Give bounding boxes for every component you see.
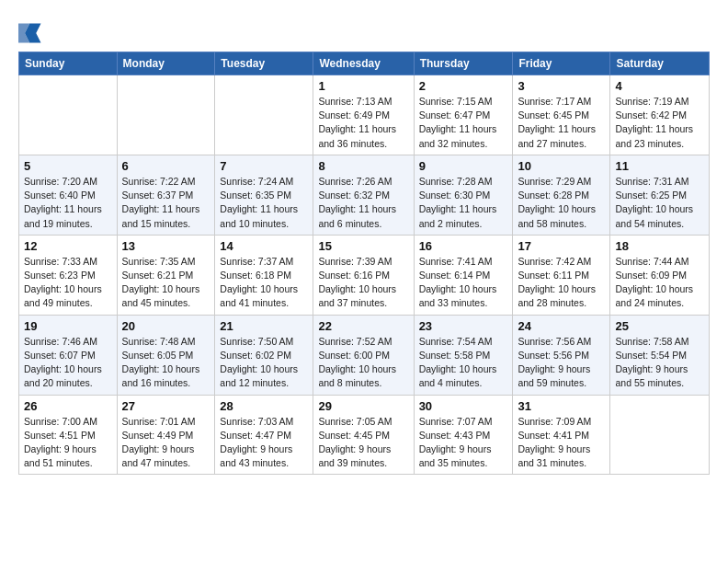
- day-cell: 28Sunrise: 7:03 AM Sunset: 4:47 PM Dayli…: [215, 395, 313, 475]
- day-cell: 23Sunrise: 7:54 AM Sunset: 5:58 PM Dayli…: [414, 315, 513, 395]
- weekday-header-row: SundayMondayTuesdayWednesdayThursdayFrid…: [19, 52, 710, 75]
- day-cell: 29Sunrise: 7:05 AM Sunset: 4:45 PM Dayli…: [313, 395, 414, 475]
- day-number: 27: [122, 399, 210, 413]
- day-cell: 13Sunrise: 7:35 AM Sunset: 6:21 PM Dayli…: [117, 235, 215, 315]
- day-number: 21: [220, 319, 308, 333]
- weekday-header-monday: Monday: [117, 52, 215, 75]
- weekday-header-friday: Friday: [513, 52, 610, 75]
- day-info: Sunrise: 7:22 AM Sunset: 6:37 PM Dayligh…: [122, 175, 210, 231]
- day-cell: 3Sunrise: 7:17 AM Sunset: 6:45 PM Daylig…: [513, 75, 610, 155]
- day-number: 9: [419, 159, 508, 173]
- day-info: Sunrise: 7:26 AM Sunset: 6:32 PM Dayligh…: [318, 175, 408, 231]
- day-info: Sunrise: 7:01 AM Sunset: 4:49 PM Dayligh…: [122, 415, 210, 471]
- day-number: 31: [518, 399, 605, 413]
- day-info: Sunrise: 7:33 AM Sunset: 6:23 PM Dayligh…: [24, 255, 112, 311]
- day-number: 22: [318, 319, 408, 333]
- header: [18, 17, 710, 46]
- day-info: Sunrise: 7:39 AM Sunset: 6:16 PM Dayligh…: [318, 255, 408, 311]
- day-cell: 6Sunrise: 7:22 AM Sunset: 6:37 PM Daylig…: [117, 155, 215, 235]
- day-cell: 16Sunrise: 7:41 AM Sunset: 6:14 PM Dayli…: [414, 235, 513, 315]
- day-cell: 26Sunrise: 7:00 AM Sunset: 4:51 PM Dayli…: [19, 395, 118, 475]
- day-info: Sunrise: 7:56 AM Sunset: 5:56 PM Dayligh…: [518, 335, 605, 391]
- day-info: Sunrise: 7:31 AM Sunset: 6:25 PM Dayligh…: [615, 175, 704, 231]
- day-number: 14: [220, 239, 308, 253]
- day-cell: 1Sunrise: 7:13 AM Sunset: 6:49 PM Daylig…: [313, 75, 414, 155]
- day-info: Sunrise: 7:41 AM Sunset: 6:14 PM Dayligh…: [419, 255, 508, 311]
- day-info: Sunrise: 7:52 AM Sunset: 6:00 PM Dayligh…: [318, 335, 408, 391]
- day-cell: 24Sunrise: 7:56 AM Sunset: 5:56 PM Dayli…: [513, 315, 610, 395]
- day-number: 30: [419, 399, 508, 413]
- weekday-header-saturday: Saturday: [610, 52, 710, 75]
- day-number: 19: [24, 319, 112, 333]
- day-number: 15: [318, 239, 408, 253]
- day-number: 25: [615, 319, 704, 333]
- day-cell: 21Sunrise: 7:50 AM Sunset: 6:02 PM Dayli…: [215, 315, 313, 395]
- day-cell: 5Sunrise: 7:20 AM Sunset: 6:40 PM Daylig…: [19, 155, 118, 235]
- day-cell: 18Sunrise: 7:44 AM Sunset: 6:09 PM Dayli…: [610, 235, 710, 315]
- logo: [18, 20, 48, 46]
- day-number: 11: [615, 159, 704, 173]
- day-number: 26: [24, 399, 112, 413]
- day-cell: 15Sunrise: 7:39 AM Sunset: 6:16 PM Dayli…: [313, 235, 414, 315]
- day-cell: 11Sunrise: 7:31 AM Sunset: 6:25 PM Dayli…: [610, 155, 710, 235]
- day-info: Sunrise: 7:58 AM Sunset: 5:54 PM Dayligh…: [615, 335, 704, 391]
- day-info: Sunrise: 7:28 AM Sunset: 6:30 PM Dayligh…: [419, 175, 508, 231]
- day-number: 5: [24, 159, 112, 173]
- day-number: 13: [122, 239, 210, 253]
- day-cell: [215, 75, 313, 155]
- day-cell: 14Sunrise: 7:37 AM Sunset: 6:18 PM Dayli…: [215, 235, 313, 315]
- day-number: 28: [220, 399, 308, 413]
- day-cell: 30Sunrise: 7:07 AM Sunset: 4:43 PM Dayli…: [414, 395, 513, 475]
- day-info: Sunrise: 7:17 AM Sunset: 6:45 PM Dayligh…: [518, 95, 605, 151]
- day-cell: 4Sunrise: 7:19 AM Sunset: 6:42 PM Daylig…: [610, 75, 710, 155]
- day-cell: 12Sunrise: 7:33 AM Sunset: 6:23 PM Dayli…: [19, 235, 118, 315]
- day-info: Sunrise: 7:42 AM Sunset: 6:11 PM Dayligh…: [518, 255, 605, 311]
- day-number: 24: [518, 319, 605, 333]
- page: SundayMondayTuesdayWednesdayThursdayFrid…: [0, 0, 728, 491]
- week-row-5: 26Sunrise: 7:00 AM Sunset: 4:51 PM Dayli…: [19, 395, 710, 475]
- weekday-header-thursday: Thursday: [414, 52, 513, 75]
- day-number: 7: [220, 159, 308, 173]
- day-cell: 27Sunrise: 7:01 AM Sunset: 4:49 PM Dayli…: [117, 395, 215, 475]
- day-number: 3: [518, 79, 605, 93]
- day-info: Sunrise: 7:13 AM Sunset: 6:49 PM Dayligh…: [318, 95, 408, 151]
- day-number: 12: [24, 239, 112, 253]
- day-number: 1: [318, 79, 408, 93]
- day-cell: [610, 395, 710, 475]
- day-info: Sunrise: 7:48 AM Sunset: 6:05 PM Dayligh…: [122, 335, 210, 391]
- week-row-3: 12Sunrise: 7:33 AM Sunset: 6:23 PM Dayli…: [19, 235, 710, 315]
- day-number: 18: [615, 239, 704, 253]
- day-info: Sunrise: 7:00 AM Sunset: 4:51 PM Dayligh…: [24, 415, 112, 471]
- day-info: Sunrise: 7:35 AM Sunset: 6:21 PM Dayligh…: [122, 255, 210, 311]
- day-info: Sunrise: 7:09 AM Sunset: 4:41 PM Dayligh…: [518, 415, 605, 471]
- day-number: 16: [419, 239, 508, 253]
- day-info: Sunrise: 7:50 AM Sunset: 6:02 PM Dayligh…: [220, 335, 308, 391]
- day-info: Sunrise: 7:15 AM Sunset: 6:47 PM Dayligh…: [419, 95, 508, 151]
- day-cell: 22Sunrise: 7:52 AM Sunset: 6:00 PM Dayli…: [313, 315, 414, 395]
- day-number: 4: [615, 79, 704, 93]
- day-info: Sunrise: 7:46 AM Sunset: 6:07 PM Dayligh…: [24, 335, 112, 391]
- day-info: Sunrise: 7:24 AM Sunset: 6:35 PM Dayligh…: [220, 175, 308, 231]
- day-info: Sunrise: 7:44 AM Sunset: 6:09 PM Dayligh…: [615, 255, 704, 311]
- day-cell: 17Sunrise: 7:42 AM Sunset: 6:11 PM Dayli…: [513, 235, 610, 315]
- day-number: 6: [122, 159, 210, 173]
- week-row-4: 19Sunrise: 7:46 AM Sunset: 6:07 PM Dayli…: [19, 315, 710, 395]
- day-cell: 20Sunrise: 7:48 AM Sunset: 6:05 PM Dayli…: [117, 315, 215, 395]
- day-number: 17: [518, 239, 605, 253]
- week-row-1: 1Sunrise: 7:13 AM Sunset: 6:49 PM Daylig…: [19, 75, 710, 155]
- day-info: Sunrise: 7:29 AM Sunset: 6:28 PM Dayligh…: [518, 175, 605, 231]
- day-number: 20: [122, 319, 210, 333]
- weekday-header-wednesday: Wednesday: [313, 52, 414, 75]
- week-row-2: 5Sunrise: 7:20 AM Sunset: 6:40 PM Daylig…: [19, 155, 710, 235]
- day-info: Sunrise: 7:20 AM Sunset: 6:40 PM Dayligh…: [24, 175, 112, 231]
- weekday-header-sunday: Sunday: [19, 52, 118, 75]
- day-info: Sunrise: 7:54 AM Sunset: 5:58 PM Dayligh…: [419, 335, 508, 391]
- day-info: Sunrise: 7:07 AM Sunset: 4:43 PM Dayligh…: [419, 415, 508, 471]
- weekday-header-tuesday: Tuesday: [215, 52, 313, 75]
- day-cell: 25Sunrise: 7:58 AM Sunset: 5:54 PM Dayli…: [610, 315, 710, 395]
- day-cell: 8Sunrise: 7:26 AM Sunset: 6:32 PM Daylig…: [313, 155, 414, 235]
- day-cell: [117, 75, 215, 155]
- day-info: Sunrise: 7:19 AM Sunset: 6:42 PM Dayligh…: [615, 95, 704, 151]
- day-cell: 10Sunrise: 7:29 AM Sunset: 6:28 PM Dayli…: [513, 155, 610, 235]
- day-info: Sunrise: 7:03 AM Sunset: 4:47 PM Dayligh…: [220, 415, 308, 471]
